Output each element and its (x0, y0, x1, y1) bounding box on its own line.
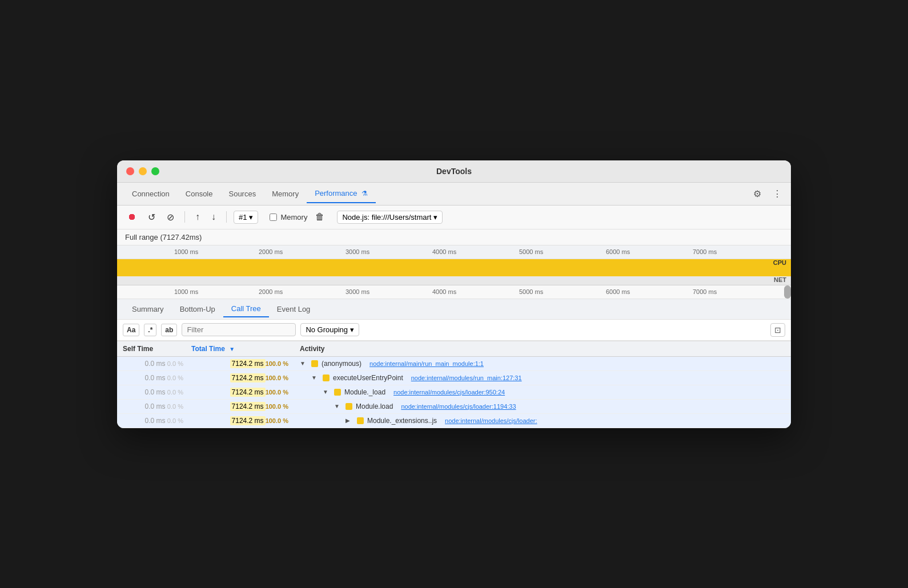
self-ms: 0.0 ms (145, 388, 166, 396)
activity-cell: ▼ (anonymous) node:internal/main/run_mai… (300, 360, 785, 368)
collapse-button[interactable]: ⊡ (770, 323, 785, 337)
call-tree-table: Self Time Total Time ▼ Activity 0.0 ms 0… (117, 341, 791, 428)
activity-link[interactable]: node:internal/modules/cjs/loader:1194:33 (401, 403, 516, 410)
maximize-button[interactable] (151, 167, 159, 175)
ruler-mark-b5: 5000 ms (519, 288, 543, 295)
tab-event-log[interactable]: Event Log (269, 301, 319, 317)
ruler-mark-b6: 6000 ms (606, 288, 630, 295)
case-toggle[interactable]: ab (161, 324, 177, 336)
table-row: 0.0 ms 0.0 %7124.2 ms100.0 % ▶ Module._e… (117, 413, 791, 428)
ruler-mark-b2: 2000 ms (259, 288, 283, 295)
expand-icon[interactable]: ▶ (345, 417, 353, 424)
close-button[interactable] (126, 167, 134, 175)
traffic-lights (126, 167, 159, 175)
total-pct: 100.0 % (266, 360, 288, 367)
col-total-time[interactable]: Total Time ▼ (186, 341, 294, 357)
node-label: Node.js: file:///Users/stmart (342, 213, 431, 221)
self-pct: 0.0 % (167, 389, 183, 396)
grouping-selector[interactable]: No Grouping ▾ (300, 323, 359, 336)
self-pct: 0.0 % (167, 417, 183, 424)
titlebar: DevTools (117, 160, 791, 183)
activity-cell: ▼ Module._load node:internal/modules/cjs… (300, 388, 785, 396)
grouping-label: No Grouping (306, 325, 348, 334)
total-ms: 7124.2 ms (230, 416, 266, 425)
record-button[interactable]: ⏺ (124, 210, 140, 224)
table-header-row: Self Time Total Time ▼ Activity (117, 341, 791, 357)
tab-summary[interactable]: Summary (124, 301, 172, 317)
activity-name: (anonymous) (322, 360, 361, 368)
expand-icon[interactable]: ▼ (311, 374, 319, 381)
ruler-mark-7: 7000 ms (693, 248, 717, 255)
clear-icon: ⊘ (167, 212, 174, 223)
table-row: 0.0 ms 0.0 %7124.2 ms100.0 % ▼ executeUs… (117, 370, 791, 385)
clear-button[interactable]: ⊘ (163, 210, 178, 225)
activity-name: Module._extensions..js (367, 417, 437, 425)
activity-link[interactable]: node:internal/modules/cjs/loader: (445, 417, 537, 424)
tab-bottom-up[interactable]: Bottom-Up (172, 301, 223, 317)
record-icon: ⏺ (127, 212, 136, 222)
activity-color-box (345, 403, 352, 410)
cpu-label: CPU (773, 259, 786, 266)
more-button[interactable]: ⋮ (770, 186, 784, 202)
self-ms: 0.0 ms (145, 417, 166, 425)
ruler-mark-3: 3000 ms (345, 248, 369, 255)
settings-button[interactable]: ⚙ (751, 186, 764, 202)
tab-performance[interactable]: Performance ⚗ (307, 184, 376, 203)
activity-link[interactable]: node:internal/modules/cjs/loader:950:24 (393, 389, 505, 396)
total-pct: 100.0 % (266, 389, 288, 396)
self-ms: 0.0 ms (145, 360, 166, 368)
memory-check-label[interactable]: Memory (270, 213, 307, 221)
node-selector[interactable]: Node.js: file:///Users/stmart ▾ (337, 211, 443, 224)
ruler-mark-1: 1000 ms (174, 248, 198, 255)
filter-input[interactable] (182, 323, 296, 336)
profile-selector[interactable]: #1 ▾ (234, 211, 258, 224)
regex-toggle[interactable]: .* (144, 324, 156, 336)
timeline-scrollbar[interactable] (784, 285, 791, 299)
profile-dropdown-icon: ▾ (249, 213, 253, 221)
ruler-mark-4: 4000 ms (432, 248, 456, 255)
activity-name: Module._load (344, 388, 385, 396)
total-pct: 100.0 % (266, 374, 288, 381)
total-ms: 7124.2 ms (230, 388, 266, 397)
activity-link[interactable]: node:internal/main/run_main_module:1:1 (369, 360, 484, 367)
tab-sources[interactable]: Sources (220, 185, 264, 203)
expand-icon[interactable]: ▼ (300, 360, 308, 367)
memory-check-text: Memory (280, 213, 307, 221)
profile-label: #1 (239, 213, 247, 221)
ruler-mark-b4: 4000 ms (432, 288, 456, 295)
expand-icon[interactable]: ▼ (323, 389, 331, 395)
self-pct: 0.0 % (167, 360, 183, 367)
ruler-mark-2: 2000 ms (259, 248, 283, 255)
upload-button[interactable]: ↑ (192, 210, 203, 224)
self-ms: 0.0 ms (145, 402, 166, 410)
expand-icon[interactable]: ▼ (334, 403, 342, 409)
activity-color-box (357, 417, 364, 424)
sort-arrow: ▼ (229, 346, 235, 352)
refresh-button[interactable]: ↺ (144, 210, 159, 225)
tab-console[interactable]: Console (178, 185, 221, 203)
col-self-time: Self Time (117, 341, 186, 357)
filter-bar: Aa .* ab No Grouping ▾ ⊡ (117, 320, 791, 341)
aa-toggle[interactable]: Aa (123, 324, 139, 336)
cpu-bar: CPU (117, 259, 791, 276)
activity-name: Module.load (356, 402, 393, 410)
memory-checkbox[interactable] (270, 214, 277, 221)
tabs-bar: Connection Console Sources Memory Perfor… (117, 183, 791, 206)
download-button[interactable]: ↓ (208, 210, 219, 224)
window-title: DevTools (436, 167, 472, 176)
download-icon: ↓ (211, 212, 216, 222)
memory-settings-button[interactable]: 🗑 (312, 210, 328, 224)
activity-color-box (311, 360, 318, 367)
minimize-button[interactable] (139, 167, 147, 175)
toolbar-divider-2 (226, 211, 227, 223)
activity-cell: ▼ Module.load node:internal/modules/cjs/… (300, 402, 785, 410)
tab-connection[interactable]: Connection (124, 185, 178, 203)
activity-link[interactable]: node:internal/modules/run_main:127:31 (411, 374, 522, 381)
net-label: NET (774, 276, 786, 283)
timeline-ruler-bottom: 1000 ms 2000 ms 3000 ms 4000 ms 5000 ms … (117, 285, 791, 299)
refresh-icon: ↺ (148, 212, 155, 223)
tab-call-tree[interactable]: Call Tree (223, 301, 269, 317)
bottom-tabs: Summary Bottom-Up Call Tree Event Log (117, 299, 791, 320)
tab-memory[interactable]: Memory (264, 185, 307, 203)
performance-icon: ⚗ (361, 190, 368, 198)
